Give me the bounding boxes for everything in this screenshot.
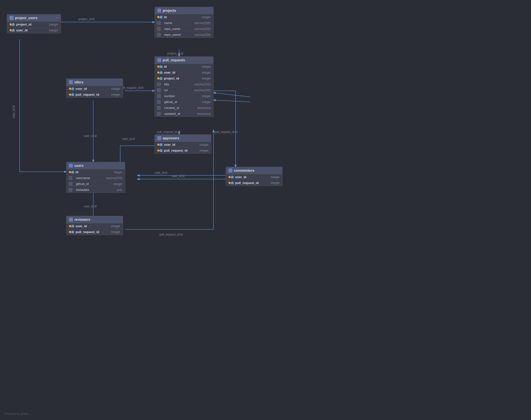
col-type: integer — [191, 71, 211, 74]
table-approvers: approvers user_id integer pull_request_i… — [155, 135, 211, 154]
table-row: user_id integer — [155, 142, 211, 148]
col-type: integer — [103, 182, 122, 186]
col-type: json — [103, 188, 122, 192]
table-row: updated_at timestamp — [155, 111, 213, 117]
table-row: url varchar(255) — [155, 87, 213, 93]
col-name: user_id — [164, 71, 190, 74]
col-type: integer — [189, 149, 209, 152]
table-row: user_id integer — [155, 70, 213, 75]
table-users: users id integer username varchar(255) g… — [66, 162, 125, 193]
fk-icon — [157, 77, 162, 80]
table-row: name varchar(255) — [155, 20, 213, 26]
conn-label-9: user_id:id — [172, 174, 184, 178]
col-icon — [157, 83, 163, 86]
col-type: integer — [191, 77, 211, 80]
fk-icon — [69, 93, 74, 96]
table-header-pull-requests: pull_requests — [155, 57, 213, 64]
col-type: integer — [39, 23, 58, 26]
col-name: pull_request_id — [164, 149, 187, 152]
col-type: integer — [260, 181, 280, 185]
col-name: user_id — [235, 175, 259, 179]
powered-by-label: Powered by yFiles — [4, 412, 29, 416]
col-name: pull_request_id — [76, 93, 99, 96]
col-icon — [157, 112, 163, 115]
fk-icon — [228, 176, 234, 178]
key-indicator — [69, 88, 71, 90]
col-name: repo_owner — [164, 33, 190, 37]
person-indicator — [71, 171, 74, 173]
col-icon — [157, 94, 163, 98]
col-name: github_id — [164, 100, 190, 104]
col-name: name — [164, 21, 190, 25]
table-name-project-users: project_users — [15, 16, 38, 20]
col-name: project_id — [164, 76, 190, 80]
table-name-idlers: idlers — [74, 80, 83, 84]
col-name: username — [76, 176, 101, 180]
table-row: user_id integer — [7, 28, 61, 33]
col-icon — [157, 89, 163, 92]
key-indicator — [10, 29, 12, 31]
table-header-commenters: commenters — [226, 167, 282, 174]
key-indicator — [157, 77, 159, 79]
col-type: integer — [39, 29, 58, 32]
fk-icon — [10, 23, 15, 26]
col-name: user_id — [164, 143, 187, 147]
conn-label-10: pull_request_id:id — [214, 130, 238, 134]
col-name: url — [164, 88, 190, 92]
table-row: id integer — [155, 14, 213, 20]
person-indicator — [160, 71, 162, 74]
table-icon-approvers — [157, 136, 161, 140]
table-row: username varchar(255) — [66, 175, 125, 181]
fk-icon — [69, 225, 74, 227]
col-type: integer — [101, 93, 120, 96]
table-header-users: users — [66, 162, 125, 169]
col-type: integer — [101, 87, 120, 90]
key-indicator — [157, 71, 159, 74]
table-icon-project-users — [10, 16, 14, 20]
pk-icon — [157, 65, 162, 68]
conn-label-5: user_id:id — [84, 134, 97, 138]
col-type: integer — [191, 100, 211, 104]
conn-label-6: user_id:id — [122, 137, 135, 141]
col-type: timestamp — [191, 112, 211, 116]
col-type: varchar(255) — [191, 21, 211, 25]
person-indicator — [71, 225, 74, 227]
table-name-commenters: commenters — [234, 168, 254, 172]
fk-icon — [10, 29, 15, 32]
conn-label-3: pull_request_id:id — [120, 86, 143, 90]
person-indicator — [12, 23, 15, 26]
col-name: user_id — [16, 29, 37, 32]
col-name: user_id — [76, 224, 99, 228]
table-icon-pull-requests — [157, 58, 161, 62]
table-row: user_id integer — [66, 86, 123, 92]
table-row: repo_owner varchar(255) — [155, 32, 213, 38]
col-icon — [157, 21, 163, 25]
person-indicator — [12, 29, 15, 32]
key-indicator — [157, 65, 159, 68]
table-reviewers: reviewers user_id integer pull_request_i… — [66, 216, 123, 235]
col-name: updated_at — [164, 112, 190, 116]
table-header-approvers: approvers — [155, 135, 211, 142]
pk-icon — [69, 171, 74, 173]
key-indicator — [10, 23, 12, 26]
col-type: timestamp — [191, 106, 211, 110]
key-indicator — [69, 93, 71, 96]
person-indicator — [160, 149, 162, 152]
col-name: number — [164, 94, 190, 98]
conn-label-4: user_id:id — [12, 105, 15, 118]
col-type: integer — [191, 94, 211, 98]
person-indicator — [160, 77, 162, 80]
col-name: pull_request_id — [76, 230, 99, 234]
table-row: project_id integer — [7, 22, 61, 28]
col-type: varchar(255) — [191, 27, 211, 31]
table-row: created_at timestamp — [155, 105, 213, 111]
col-type: integer — [103, 170, 122, 174]
person-indicator — [71, 87, 74, 90]
table-row: id integer — [66, 169, 125, 175]
fk-icon — [69, 231, 74, 233]
col-name: created_at — [164, 106, 190, 110]
table-icon-projects — [157, 9, 161, 13]
pk-icon — [157, 16, 162, 18]
person-indicator — [71, 231, 74, 233]
fk-icon — [157, 143, 162, 146]
